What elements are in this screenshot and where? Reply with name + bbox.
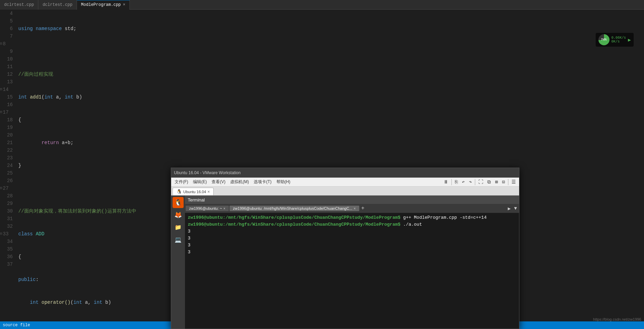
csdn-footer: https://blog.csdn.net/zw1996	[593, 317, 641, 321]
ubuntu-tabs: zw1996@ubuntu: ~ × zw1996@ubuntu: /mnt/h…	[185, 204, 519, 213]
tb-window-icon[interactable]: ⧉	[486, 178, 492, 186]
line-numbers: 4 5 6 7 ⊟8 9 10 11 12 13 ⊟14 15 16 ⊟17 1…	[0, 10, 16, 321]
ubuntu-tab-close-1[interactable]: ×	[223, 207, 225, 210]
upload-speed: 0.06K/s	[612, 36, 626, 40]
vm-sidebar: 🐧 🦊 📁 💻	[171, 196, 185, 329]
status-label: source file	[3, 323, 30, 328]
download-speed: 0K/s	[612, 40, 626, 44]
tab-dclrtest-2[interactable]: dclrtest.cpp	[38, 0, 77, 10]
vmware-title: Ubuntu 16.04 - VMware Workstation	[174, 170, 241, 175]
tab-label-3: ModleProgram.cpp	[81, 2, 121, 7]
tab-close-icon[interactable]: ×	[123, 2, 125, 7]
sidebar-icon-firefox[interactable]: 🦊	[173, 209, 184, 220]
ubuntu-tab-scroll-right[interactable]: ▶	[506, 206, 512, 212]
tb-copy-icon[interactable]: ⎘	[453, 178, 459, 186]
menu-edit[interactable]: 编辑(E)	[191, 178, 209, 186]
vm-main-content: 🐧 🦊 📁 💻 Terminal zw1996@ubuntu: ~	[171, 196, 519, 329]
vm-tab-close-icon[interactable]: ×	[207, 189, 210, 194]
tb-pause-icon[interactable]: ⏸	[442, 178, 450, 186]
sidebar-icon-terminal[interactable]: 💻	[173, 234, 184, 245]
vm-tab-bar: 🐧 Ubuntu 16.04 ×	[171, 187, 519, 196]
vm-tab-label: Ubuntu 16.04	[183, 190, 206, 194]
network-expand-icon[interactable]: ▶	[628, 37, 631, 43]
tb-fit-icon[interactable]: ⊡	[500, 178, 507, 186]
cpu-circle: 74%	[598, 34, 609, 45]
terminal-title: Terminal	[188, 197, 205, 203]
tb-menu-icon[interactable]: ☰	[510, 178, 518, 186]
menu-tabs[interactable]: 选项卡(T)	[252, 178, 273, 186]
tab-modeprogram[interactable]: ModleProgram.cpp ×	[77, 0, 130, 10]
cpu-percent: 74%	[601, 38, 606, 41]
vm-terminal-header: Terminal	[185, 196, 519, 204]
ubuntu-tab-close-2[interactable]: ×	[354, 207, 356, 210]
tb-fullscreen-icon[interactable]: ⛶	[477, 178, 485, 186]
vmware-window: Ubuntu 16.04 - VMware Workstation 文件(F) …	[171, 168, 519, 329]
tb-back-icon[interactable]: ↶	[460, 178, 466, 186]
menu-file[interactable]: 文件(F)	[173, 178, 190, 186]
vm-tab-ubuntu[interactable]: 🐧 Ubuntu 16.04 ×	[173, 188, 214, 195]
menu-help[interactable]: 帮助(H)	[274, 178, 293, 186]
vmware-titlebar: Ubuntu 16.04 - VMware Workstation	[171, 168, 519, 178]
tb-grid-icon[interactable]: ⊞	[493, 178, 499, 186]
menu-view[interactable]: 查看(V)	[209, 178, 227, 186]
menu-vm[interactable]: 虚拟机(M)	[228, 178, 251, 186]
tab-label-2: dclrtest.cpp	[42, 2, 72, 7]
tab-bar: dclrtest.cpp dclrtest.cpp ModleProgram.c…	[0, 0, 644, 10]
terminal-body[interactable]: zw1996@ubuntu:/mnt/hgfs/WinShare/cpluspl…	[185, 213, 519, 329]
ubuntu-tab-label-2: zw1996@ubuntu: /mnt/hgfs/WinShare/cplusp…	[233, 206, 352, 210]
sidebar-icon-files[interactable]: 📁	[173, 222, 184, 233]
tab-dclrtest-1[interactable]: dclrtest.cpp	[0, 0, 38, 10]
sidebar-icon-ubuntu[interactable]: 🐧	[173, 197, 184, 208]
tb-forward-icon[interactable]: ↷	[467, 178, 474, 186]
network-widget: 74% 0.06K/s 0K/s ▶	[596, 33, 634, 47]
ubuntu-tab-label-1: zw1996@ubuntu: ~	[189, 206, 222, 210]
ubuntu-tab-menu[interactable]: ▼	[513, 206, 518, 211]
ubuntu-tab-add-icon[interactable]: +	[360, 205, 366, 212]
ubuntu-tab-1[interactable]: zw1996@ubuntu: ~ ×	[186, 206, 229, 211]
tab-label-1: dclrtest.cpp	[4, 2, 34, 7]
ubuntu-tab-2[interactable]: zw1996@ubuntu: /mnt/hgfs/WinShare/cplusp…	[230, 206, 359, 211]
net-stats: 0.06K/s 0K/s	[612, 36, 626, 44]
vmware-menubar: 文件(F) 编辑(E) 查看(V) 虚拟机(M) 选项卡(T) 帮助(H) ⏸ …	[171, 178, 519, 187]
